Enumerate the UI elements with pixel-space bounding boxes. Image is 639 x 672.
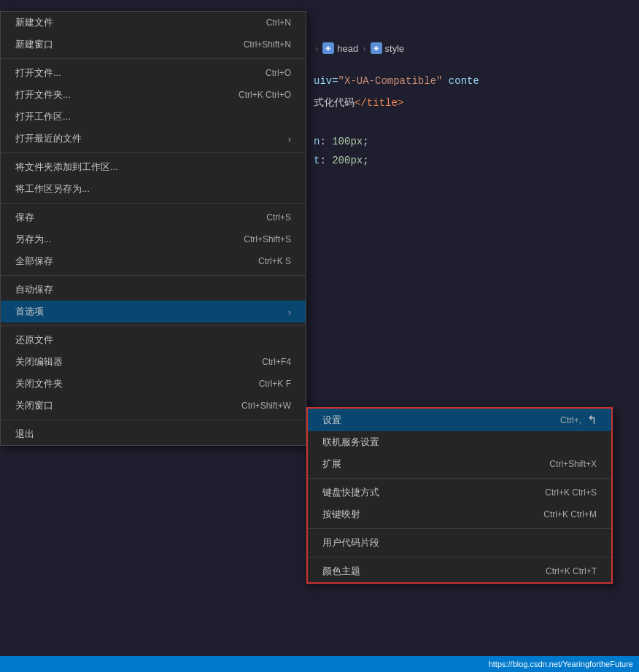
menu-save-all[interactable]: 全部保存 Ctrl+K S [1, 250, 306, 272]
head-icon: ◈ [322, 42, 334, 54]
status-bar-url: https://blog.csdn.net/YearingfortheFutur… [489, 660, 633, 668]
menu-auto-save[interactable]: 自动保存 [1, 279, 306, 301]
submenu-settings[interactable]: 设置 Ctrl+, ↰ [308, 409, 611, 431]
menu-open-file[interactable]: 打开文件... Ctrl+O [1, 62, 306, 84]
breadcrumb-separator: › [315, 43, 318, 54]
breadcrumb-head[interactable]: ◈ head [322, 42, 358, 54]
arrow-icon-preferences: › [288, 306, 291, 317]
menu-divider-5 [1, 325, 306, 326]
submenu-divider-1 [308, 478, 611, 479]
menu-new-file[interactable]: 新建文件 Ctrl+N [1, 12, 306, 34]
submenu-divider-2 [308, 528, 611, 529]
breadcrumb-style-label: style [385, 43, 405, 54]
menu-save-as[interactable]: 另存为... Ctrl+Shift+S [1, 228, 306, 250]
menu-preferences[interactable]: 首选项 › [1, 301, 306, 323]
breadcrumb: › ◈ head › ◈ style [314, 42, 404, 54]
menu-divider-6 [1, 420, 306, 420]
menu-open-workspace[interactable]: 打开工作区... [1, 106, 306, 128]
menu-new-window[interactable]: 新建窗口 Ctrl+Shift+N [1, 34, 306, 55]
submenu-divider-3 [308, 557, 611, 557]
code-line-1: uiv="X-UA-Compatible" conte [314, 73, 479, 89]
menu-add-folder-workspace[interactable]: 将文件夹添加到工作区... [1, 156, 306, 178]
code-line-2: 式化代码</title> [314, 95, 479, 111]
menu-close-editor[interactable]: 关闭编辑器 Ctrl+F4 [1, 351, 306, 373]
file-menu[interactable]: 新建文件 Ctrl+N 新建窗口 Ctrl+Shift+N 打开文件... Ct… [0, 11, 306, 446]
menu-open-recent[interactable]: 打开最近的文件 › [1, 128, 306, 150]
submenu-color-theme[interactable]: 颜色主题 Ctrl+K Ctrl+T [308, 560, 611, 582]
menu-divider-4 [1, 275, 306, 276]
status-bar: https://blog.csdn.net/YearingfortheFutur… [0, 656, 639, 672]
menu-close-window[interactable]: 关闭窗口 Ctrl+Shift+W [1, 395, 306, 417]
menu-divider-3 [1, 203, 306, 204]
code-line-4: t: 200px; [314, 152, 479, 169]
style-icon: ◈ [371, 42, 382, 54]
menu-divider-2 [1, 152, 306, 153]
breadcrumb-head-label: head [337, 43, 358, 54]
menu-save-workspace-as[interactable]: 将工作区另存为... [1, 178, 306, 200]
preferences-submenu[interactable]: 设置 Ctrl+, ↰ 联机服务设置 扩展 Ctrl+Shift+X 键盘快捷方… [306, 407, 613, 584]
breadcrumb-style[interactable]: ◈ style [371, 42, 405, 54]
menu-divider-1 [1, 58, 306, 59]
menu-open-folder[interactable]: 打开文件夹... Ctrl+K Ctrl+O [1, 84, 306, 106]
arrow-icon-recent: › [288, 134, 291, 144]
code-line-3: n: 100px; [314, 134, 479, 150]
menu-save[interactable]: 保存 Ctrl+S [1, 206, 306, 228]
submenu-keymaps[interactable]: 按键映射 Ctrl+K Ctrl+M [308, 503, 611, 525]
menu-revert-file[interactable]: 还原文件 [1, 329, 306, 351]
submenu-extensions[interactable]: 扩展 Ctrl+Shift+X [308, 453, 611, 475]
cursor-icon: ↰ [587, 413, 597, 427]
code-area: uiv="X-UA-Compatible" conte 式化代码</title>… [314, 73, 479, 169]
submenu-user-snippets[interactable]: 用户代码片段 [308, 532, 611, 554]
submenu-online-service-settings[interactable]: 联机服务设置 [308, 431, 611, 453]
menu-close-folder[interactable]: 关闭文件夹 Ctrl+K F [1, 373, 306, 395]
breadcrumb-separator2: › [363, 43, 365, 54]
menu-exit[interactable]: 退出 [1, 423, 306, 445]
submenu-keyboard-shortcuts[interactable]: 键盘快捷方式 Ctrl+K Ctrl+S [308, 482, 611, 503]
